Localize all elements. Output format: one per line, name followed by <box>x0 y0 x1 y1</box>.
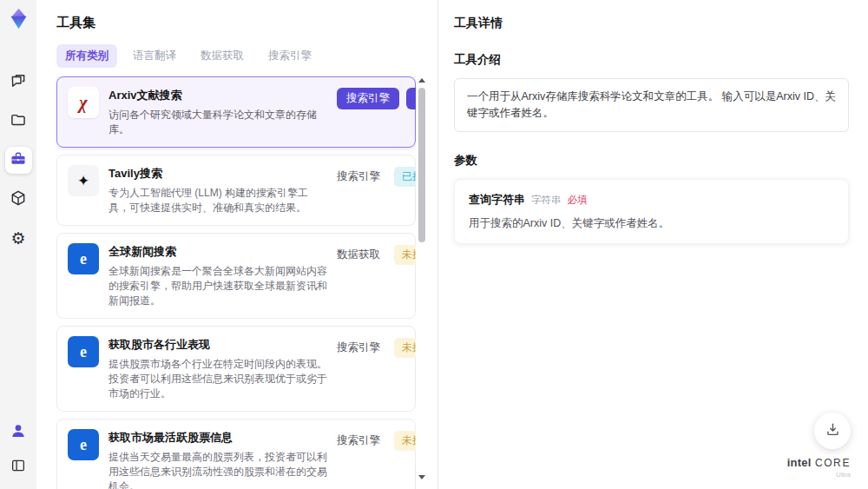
tool-status-badge[interactable]: 已授权 <box>406 88 416 109</box>
tool-category-tag: 搜索引擎 <box>337 169 380 184</box>
download-icon <box>825 421 841 441</box>
sidebar-item-profile[interactable] <box>5 419 32 446</box>
core-logo-text: core <box>815 457 851 469</box>
params-heading: 参数 <box>454 153 849 169</box>
tool-tags: 搜索引擎 已授权 <box>337 165 416 187</box>
scroll-down-arrow[interactable] <box>418 475 425 479</box>
intel-logo-text: intel <box>787 456 812 469</box>
sidebar-nav: ⚙ <box>5 69 32 252</box>
tool-card[interactable]: 全球新闻搜索 全球新闻搜索是一个聚合全球各大新闻网站内容的搜索引擎，帮助用户快速… <box>56 233 416 319</box>
tool-card[interactable]: 获取股市各行业表现 提供股票市场各个行业在特定时间段内的表现。投资者可以利用这些… <box>56 326 416 412</box>
tool-info: 获取市场最活跃股票信息 提供当天交易量最高的股票列表，投资者可以利用这些信息来识… <box>108 429 327 489</box>
sidebar-item-packages[interactable] <box>5 186 32 213</box>
chat-icon <box>10 72 27 93</box>
param-head: 查询字符串 字符串 必填 <box>469 192 834 208</box>
tool-status-badge[interactable]: 已授权 <box>394 167 416 187</box>
tool-card[interactable]: Arxiv文献搜索 访问各个研究领域大量科学论文和文章的存储库。 搜索引擎 已授… <box>56 76 416 148</box>
app-logo-icon <box>7 7 30 30</box>
detail-title: 工具详情 <box>454 16 849 31</box>
scrollbar[interactable] <box>418 76 427 481</box>
tool-category-tag: 搜索引擎 <box>337 340 380 355</box>
toolbox-icon <box>10 150 27 171</box>
tool-description: 提供股票市场各个行业在特定时间段内的表现。投资者可以利用这些信息来识别表现优于或… <box>108 357 327 401</box>
scrollbar-thumb[interactable] <box>418 88 425 242</box>
tool-tags: 搜索引擎 未授权 <box>337 336 416 358</box>
tool-status-badge[interactable]: 未授权 <box>394 245 416 265</box>
param-name: 查询字符串 <box>469 192 525 208</box>
tool-description: 提供当天交易量最高的股票列表，投资者可以利用这些信息来识别流动性强的股票和潜在的… <box>108 450 327 489</box>
tool-name: 全球新闻搜索 <box>108 244 327 260</box>
param-description: 用于搜索的Arxiv ID、关键字或作者姓名。 <box>469 216 834 231</box>
tool-tags: 搜索引擎 未授权 <box>337 429 416 451</box>
tool-info: Arxiv文献搜索 访问各个研究领域大量科学论文和文章的存储库。 <box>108 87 327 137</box>
category-tab[interactable]: 所有类别 <box>56 44 117 68</box>
cube-icon <box>10 189 27 210</box>
sidebar-item-chat[interactable] <box>5 69 32 96</box>
gear-icon: ⚙ <box>10 230 25 247</box>
tool-tags: 数据获取 未授权 <box>337 243 416 265</box>
tool-intro-text: 一个用于从Arxiv存储库搜索科学论文和文章的工具。 输入可以是Arxiv ID… <box>454 78 849 132</box>
param-required-label: 必填 <box>568 194 588 207</box>
tool-status-badge[interactable]: 未授权 <box>394 431 416 451</box>
tool-description: 专为人工智能代理 (LLM) 构建的搜索引擎工具，可快速提供实时、准确和真实的结… <box>108 186 327 215</box>
tool-name: 获取股市各行业表现 <box>108 337 327 353</box>
tool-description: 全球新闻搜索是一个聚合全球各大新闻网站内容的搜索引擎，帮助用户快速获取全球最新资… <box>108 264 327 308</box>
tool-name: Tavily搜索 <box>108 166 327 182</box>
category-tab[interactable]: 数据获取 <box>192 44 253 68</box>
param-card: 查询字符串 字符串 必填 用于搜索的Arxiv ID、关键字或作者姓名。 <box>454 179 849 244</box>
tool-card[interactable]: Tavily搜索 专为人工智能代理 (LLM) 构建的搜索引擎工具，可快速提供实… <box>56 155 416 226</box>
category-tab[interactable]: 语言翻译 <box>124 44 185 68</box>
tool-tags: 搜索引擎 已授权 <box>337 87 416 109</box>
intro-heading: 工具介绍 <box>454 52 849 68</box>
category-tab[interactable]: 搜索引擎 <box>260 44 320 68</box>
sidebar-item-settings[interactable]: ⚙ <box>5 225 32 252</box>
tool-card[interactable]: 获取市场最活跃股票信息 提供当天交易量最高的股票列表，投资者可以利用这些信息来识… <box>56 419 416 489</box>
arxiv-icon <box>68 87 99 118</box>
tool-category-tag: 数据获取 <box>337 248 380 262</box>
panel-toggle-icon <box>10 458 26 477</box>
avatar-icon <box>10 422 27 443</box>
tool-list: Arxiv文献搜索 访问各个研究领域大量科学论文和文章的存储库。 搜索引擎 已授… <box>56 76 416 489</box>
sidebar-item-collapse[interactable] <box>5 453 32 480</box>
tool-status-badge[interactable]: 未授权 <box>394 338 416 358</box>
tool-category-tag: 搜索引擎 <box>337 88 399 109</box>
category-tabs: 所有类别语言翻译数据获取搜索引擎 <box>56 44 437 68</box>
tool-category-tag: 搜索引擎 <box>337 433 380 448</box>
sidebar-item-toolbox[interactable] <box>5 147 32 174</box>
tool-description: 访问各个研究领域大量科学论文和文章的存储库。 <box>108 108 327 137</box>
tool-info: 全球新闻搜索 全球新闻搜索是一个聚合全球各大新闻网站内容的搜索引擎，帮助用户快速… <box>108 243 327 308</box>
news-icon <box>68 243 99 274</box>
tool-list-panel: 工具集 所有类别语言翻译数据获取搜索引擎 Arxiv文献搜索 访问各个研究领域大… <box>36 0 437 489</box>
news-icon <box>68 429 99 460</box>
sidebar-item-files[interactable] <box>5 108 32 135</box>
tool-info: Tavily搜索 专为人工智能代理 (LLM) 构建的搜索引擎工具，可快速提供实… <box>108 165 327 215</box>
intel-ultra-text: Ultra <box>787 471 851 479</box>
download-button[interactable] <box>814 413 851 449</box>
tool-info: 获取股市各行业表现 提供股票市场各个行业在特定时间段内的表现。投资者可以利用这些… <box>108 336 327 401</box>
tool-name: 获取市场最活跃股票信息 <box>108 430 327 446</box>
folder-icon <box>10 111 27 132</box>
param-type: 字符串 <box>531 194 562 207</box>
scroll-up-arrow[interactable] <box>418 78 425 83</box>
tool-name: Arxiv文献搜索 <box>108 88 327 103</box>
app-sidebar: ⚙ <box>0 0 36 489</box>
sparkle-icon <box>68 165 99 196</box>
intel-core-logo: intel core Ultra <box>787 454 851 479</box>
page-title: 工具集 <box>56 15 437 31</box>
news-icon <box>68 336 99 367</box>
tool-detail-panel: 工具详情 工具介绍 一个用于从Arxiv存储库搜索科学论文和文章的工具。 输入可… <box>437 0 868 489</box>
